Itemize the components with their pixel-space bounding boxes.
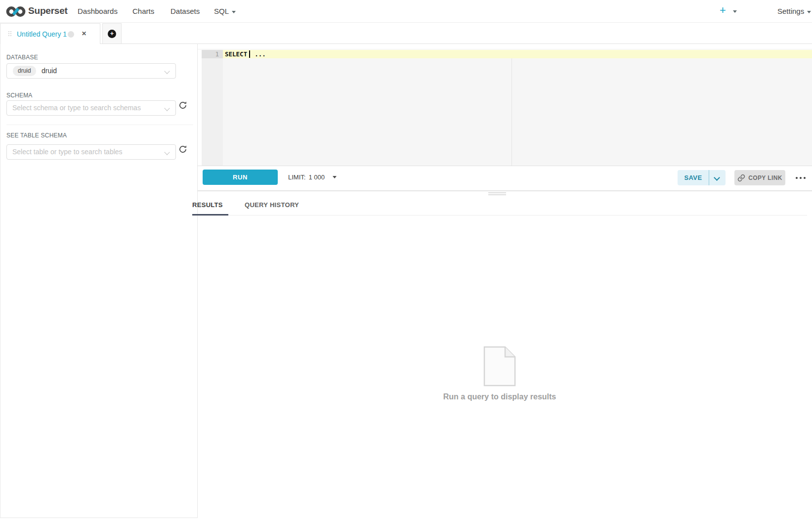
- plus-circle-icon[interactable]: +: [108, 30, 116, 38]
- empty-results-message: Run a query to display results: [426, 392, 574, 401]
- refresh-schemas-icon[interactable]: [178, 100, 190, 112]
- brand-title[interactable]: Superset: [28, 5, 68, 16]
- sql-editor: 1 SELECT ...: [198, 49, 812, 166]
- query-status-dot: [68, 31, 74, 38]
- pane-divider: [198, 191, 812, 191]
- database-select[interactable]: druid druid: [6, 63, 176, 79]
- copy-link-label: COPY LINK: [748, 174, 782, 181]
- settings-label: Settings: [777, 7, 804, 15]
- save-options-button[interactable]: [709, 170, 726, 185]
- database-engine-badge: druid: [13, 66, 36, 76]
- drag-grip-icon[interactable]: [8, 31, 11, 37]
- pane-resize-handle[interactable]: [488, 192, 506, 196]
- chevron-down-icon: [164, 68, 170, 74]
- limit-dropdown[interactable]: LIMIT: 1 000: [288, 170, 337, 185]
- nav-item-settings[interactable]: Settings: [777, 7, 811, 15]
- nav-item-sql-menu[interactable]: SQL: [214, 7, 236, 15]
- caret-down-icon: [333, 176, 337, 178]
- save-split-button: SAVE: [678, 170, 726, 185]
- chevron-down-icon: [164, 149, 170, 155]
- query-tab-active[interactable]: Untitled Query 1 ✕: [0, 23, 100, 44]
- chevron-down-icon: [232, 11, 236, 13]
- sql-toolbar: RUN LIMIT: 1 000 SAVE COPY LINK: [198, 166, 812, 191]
- schema-select[interactable]: Select schema or type to search schemas: [6, 100, 176, 116]
- schema-placeholder: Select schema or type to search schemas: [12, 104, 141, 112]
- editor-gutter: 1: [202, 50, 223, 166]
- nav-item-charts[interactable]: Charts: [132, 7, 154, 15]
- print-margin-line: [512, 58, 512, 166]
- database-selected-value: druid: [42, 67, 57, 75]
- link-icon: [737, 174, 745, 182]
- nav-sql-label: SQL: [214, 7, 229, 15]
- tab-results[interactable]: RESULTS: [192, 201, 223, 209]
- save-button[interactable]: SAVE: [678, 170, 709, 185]
- new-item-plus-button[interactable]: +: [720, 4, 726, 17]
- active-line-highlight: SELECT ...: [223, 50, 812, 58]
- tab-query-history[interactable]: QUERY HISTORY: [245, 201, 299, 209]
- table-select[interactable]: Select table or type to search tables: [6, 144, 176, 160]
- table-placeholder: Select table or type to search tables: [12, 148, 123, 156]
- run-query-button[interactable]: RUN: [203, 170, 278, 185]
- sql-code: SELECT ...: [225, 50, 266, 58]
- close-tab-icon[interactable]: ✕: [82, 30, 86, 37]
- sqllab-left-panel: DATABASE druid druid SCHEMA Select schem…: [0, 44, 198, 518]
- tabs-baseline: [192, 215, 807, 216]
- query-tabstrip: Untitled Query 1 ✕ +: [0, 23, 812, 44]
- line-number: 1: [202, 50, 223, 58]
- database-label: DATABASE: [6, 54, 38, 61]
- table-schema-label: SEE TABLE SCHEMA: [6, 132, 67, 139]
- nav-item-dashboards[interactable]: Dashboards: [78, 7, 118, 15]
- sidebar-divider: [6, 125, 193, 125]
- chevron-down-icon: [807, 11, 811, 13]
- limit-value: 1 000: [308, 173, 325, 181]
- superset-logo-icon[interactable]: [5, 5, 26, 20]
- copy-link-button[interactable]: COPY LINK: [734, 170, 785, 185]
- limit-label: LIMIT:: [288, 173, 305, 181]
- schema-label: SCHEMA: [6, 92, 33, 99]
- top-navbar: Superset Dashboards Charts Datasets SQL …: [0, 0, 812, 23]
- chevron-down-icon: [714, 174, 720, 181]
- active-tab-inkbar: [192, 214, 228, 216]
- nav-item-datasets[interactable]: Datasets: [171, 7, 200, 15]
- superset-sql-lab: Superset Dashboards Charts Datasets SQL …: [0, 0, 812, 519]
- chevron-down-icon: [164, 105, 170, 111]
- query-tab-title: Untitled Query 1: [17, 30, 67, 38]
- refresh-tables-icon[interactable]: [178, 144, 190, 156]
- empty-results-document-icon: [483, 346, 516, 389]
- editor-content[interactable]: SELECT ...: [223, 50, 812, 166]
- add-query-tab[interactable]: +: [102, 23, 122, 43]
- chevron-down-icon[interactable]: [733, 10, 737, 13]
- text-cursor: [249, 50, 250, 58]
- more-options-button[interactable]: [792, 170, 809, 185]
